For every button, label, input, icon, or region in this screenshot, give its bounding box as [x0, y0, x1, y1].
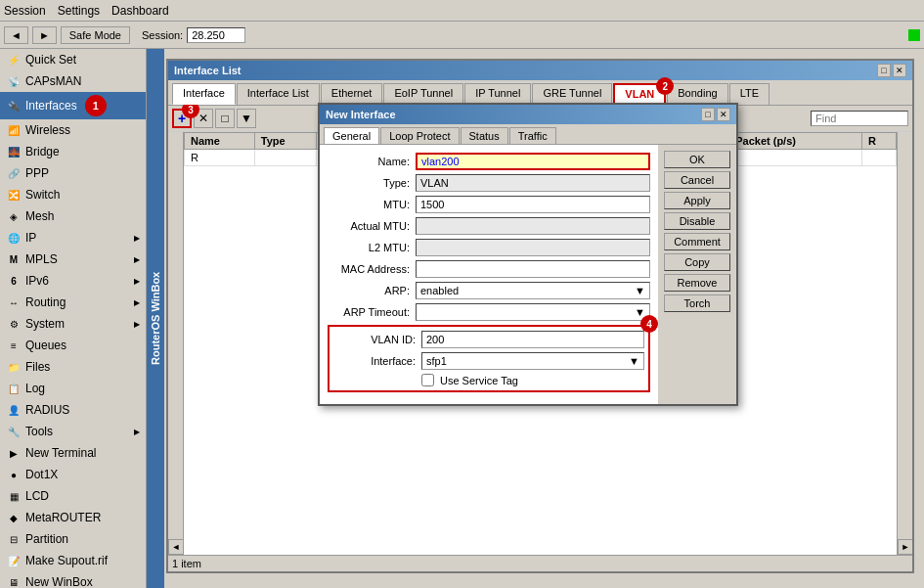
- menu-session[interactable]: Session: [4, 4, 46, 18]
- sidebar-item-quick-set[interactable]: Quick Set: [0, 49, 146, 70]
- close-button[interactable]: ✕: [893, 64, 906, 77]
- sidebar-item-capsman[interactable]: CAPsMAN: [0, 70, 146, 92]
- sidebar-item-system[interactable]: System: [0, 313, 146, 335]
- sidebar-label-radius: RADIUS: [25, 403, 69, 417]
- arp-select[interactable]: enabled ▼: [416, 282, 650, 299]
- vlan-id-input[interactable]: [421, 331, 644, 348]
- new-terminal-icon: [6, 445, 22, 461]
- dialog-tab-loop-protect[interactable]: Loop Protect: [380, 127, 459, 144]
- tab-ip-tunnel[interactable]: IP Tunnel: [464, 83, 531, 105]
- tab-interface[interactable]: Interface: [172, 83, 236, 105]
- edit-button[interactable]: □: [215, 109, 235, 128]
- sidebar-label-log: Log: [25, 382, 45, 395]
- mac-label: MAC Address:: [328, 263, 416, 275]
- sidebar-item-ip[interactable]: IP: [0, 227, 146, 249]
- comment-button[interactable]: Comment: [664, 233, 730, 250]
- files-icon: [6, 359, 22, 375]
- dialog-tab-status[interactable]: Status: [461, 127, 508, 144]
- session-label: Session:: [142, 29, 183, 41]
- tab-ethernet[interactable]: Ethernet: [321, 83, 383, 105]
- cell-name: R: [185, 150, 255, 166]
- back-button[interactable]: ◄: [4, 26, 28, 44]
- sidebar-item-wireless[interactable]: Wireless: [0, 119, 146, 141]
- sidebar-item-lcd[interactable]: LCD: [0, 485, 146, 507]
- apply-button[interactable]: Apply: [664, 192, 730, 209]
- switch-icon: [6, 187, 22, 203]
- dialog-form: Name: Type: MTU: Actual MTU:: [320, 145, 658, 404]
- new-winbox-icon: [6, 574, 22, 588]
- col-r: R: [861, 133, 896, 150]
- interface-select[interactable]: sfp1 ▼: [421, 352, 644, 370]
- mac-input[interactable]: [416, 260, 650, 278]
- dialog-tab-bar: General Loop Protect Status Traffic: [320, 124, 736, 145]
- tab-lte[interactable]: LTE: [729, 83, 770, 105]
- arp-row: ARP: enabled ▼: [328, 282, 650, 299]
- session-input[interactable]: [187, 27, 245, 43]
- sidebar-label-new-winbox: New WinBox: [25, 575, 93, 588]
- cancel-button[interactable]: Cancel: [664, 171, 730, 189]
- arp-timeout-label: ARP Timeout:: [328, 306, 416, 318]
- torch-button[interactable]: Torch: [664, 294, 730, 312]
- scroll-right-button[interactable]: ►: [898, 539, 912, 555]
- filter-button[interactable]: ▼: [237, 109, 256, 128]
- system-icon: [6, 316, 22, 332]
- use-service-tag-checkbox[interactable]: [421, 374, 434, 386]
- sidebar-item-log[interactable]: Log: [0, 378, 146, 399]
- add-button[interactable]: + 3: [172, 109, 192, 128]
- ip-icon: [6, 230, 22, 246]
- dialog-buttons: OK Cancel Apply Disable Comment Copy Rem…: [658, 145, 736, 404]
- name-input[interactable]: [416, 153, 650, 170]
- copy-button[interactable]: Copy: [664, 253, 730, 271]
- find-input[interactable]: [811, 111, 908, 126]
- sidebar-label-capsman: CAPsMAN: [25, 74, 81, 88]
- sidebar-item-new-terminal[interactable]: New Terminal: [0, 442, 146, 464]
- tab-bonding[interactable]: Bonding: [667, 83, 727, 105]
- dialog-titlebar: New Interface □ ✕: [320, 105, 736, 124]
- dialog-close-button[interactable]: ✕: [717, 108, 730, 121]
- dialog-tab-traffic[interactable]: Traffic: [509, 127, 556, 144]
- sidebar-label-routing: Routing: [25, 295, 66, 309]
- sidebar-label-ipv6: IPv6: [25, 274, 49, 288]
- connection-indicator: [908, 29, 920, 41]
- tab-gre-tunnel[interactable]: GRE Tunnel: [532, 83, 612, 105]
- ok-button[interactable]: OK: [664, 151, 730, 168]
- safe-mode-button[interactable]: Safe Mode: [61, 26, 130, 44]
- dialog-minimize-button[interactable]: □: [701, 108, 715, 121]
- menu-settings[interactable]: Settings: [58, 4, 100, 18]
- sidebar-item-ipv6[interactable]: IPv6: [0, 270, 146, 292]
- status-text: 1 item: [172, 558, 201, 569]
- sidebar-item-mpls[interactable]: MPLS: [0, 249, 146, 270]
- sidebar-item-routing[interactable]: Routing: [0, 292, 146, 313]
- sidebar-item-radius[interactable]: RADIUS: [0, 399, 146, 421]
- mtu-input[interactable]: [416, 196, 650, 213]
- sidebar-item-queues[interactable]: Queues: [0, 335, 146, 356]
- vlan-id-row: VLAN ID:: [333, 331, 644, 348]
- sidebar-item-switch[interactable]: Switch: [0, 184, 146, 205]
- tab-eoip-tunnel[interactable]: EoIP Tunnel: [383, 83, 463, 105]
- tab-vlan[interactable]: VLAN 2: [613, 83, 666, 105]
- sidebar-item-mesh[interactable]: Mesh: [0, 205, 146, 227]
- sidebar-item-metarouter[interactable]: MetaROUTER: [0, 507, 146, 528]
- sidebar-item-interfaces[interactable]: Interfaces 1: [0, 92, 146, 119]
- sidebar-item-make-supout[interactable]: Make Supout.rif: [0, 550, 146, 571]
- vlan-id-label: VLAN ID:: [333, 334, 421, 345]
- sidebar-item-bridge[interactable]: Bridge: [0, 141, 146, 162]
- arp-label: ARP:: [328, 285, 416, 296]
- arp-timeout-select[interactable]: ▼: [416, 303, 650, 321]
- tab-interface-list[interactable]: Interface List: [237, 83, 320, 105]
- sidebar-item-tools[interactable]: Tools: [0, 421, 146, 442]
- disable-button[interactable]: Disable: [664, 212, 730, 230]
- forward-button[interactable]: ►: [32, 26, 57, 44]
- sidebar-item-ppp[interactable]: PPP: [0, 162, 146, 184]
- minimize-button[interactable]: □: [877, 64, 891, 77]
- sidebar-item-files[interactable]: Files: [0, 356, 146, 378]
- menubar: Session Settings Dashboard: [0, 0, 924, 22]
- dialog-tab-general[interactable]: General: [324, 127, 379, 144]
- scroll-left-button[interactable]: ◄: [168, 539, 184, 555]
- sidebar-item-dot1x[interactable]: Dot1X: [0, 464, 146, 485]
- menu-dashboard[interactable]: Dashboard: [111, 4, 169, 18]
- sidebar: Quick Set CAPsMAN Interfaces 1 Wireless …: [0, 49, 147, 588]
- sidebar-item-new-winbox[interactable]: New WinBox: [0, 571, 146, 588]
- sidebar-item-partition[interactable]: Partition: [0, 528, 146, 550]
- remove-button[interactable]: Remove: [664, 274, 730, 292]
